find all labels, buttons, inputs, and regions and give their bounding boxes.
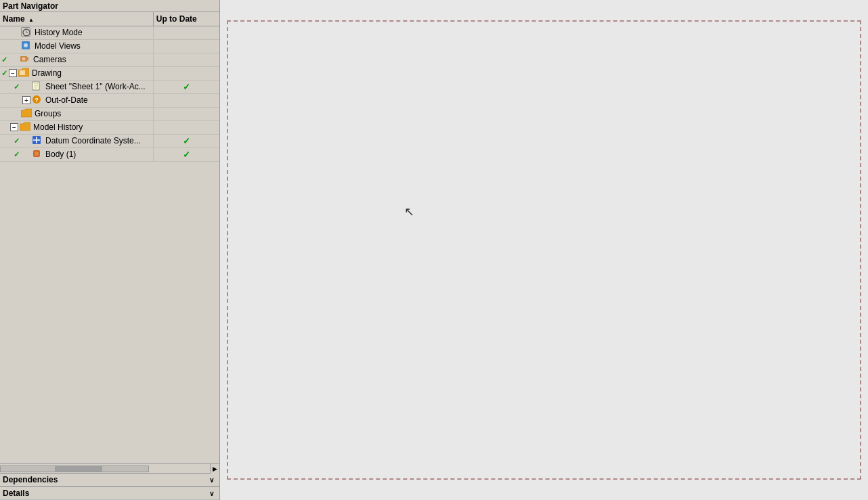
model-history-folder-icon <box>20 122 30 133</box>
check-mark-icon: ✓ <box>14 150 20 159</box>
cursor: ↖ <box>404 204 414 219</box>
up-to-date-cell <box>153 26 219 39</box>
col-name-label: Name <box>3 14 25 24</box>
tree-item-label: Body (1) <box>45 150 76 159</box>
tree-item-label: Cameras <box>33 55 66 64</box>
up-to-date-check-icon: ✓ <box>183 136 190 146</box>
tree-row[interactable]: −Model History <box>0 120 219 134</box>
collapse-button[interactable]: − <box>9 69 17 77</box>
dependencies-collapse-button[interactable]: ∨ <box>206 474 217 485</box>
svg-point-4 <box>24 43 28 47</box>
tree-table: Name ▲ Up to Date History ModeModel View… <box>0 12 219 162</box>
tree-item-label: Out-of-Date <box>45 95 88 105</box>
body-icon <box>32 149 43 160</box>
tree-row[interactable]: ✓Datum Coordinate Syste...✓ <box>0 134 219 147</box>
collapse-button[interactable]: − <box>10 123 18 131</box>
tree-item-label: Drawing <box>32 68 62 78</box>
up-to-date-cell <box>153 120 219 134</box>
up-to-date-check-icon: ✓ <box>183 82 190 92</box>
col-name-header[interactable]: Name ▲ <box>0 12 153 26</box>
drawing-canvas: ↖ <box>227 20 861 480</box>
up-to-date-cell: ✓ <box>153 80 219 93</box>
details-collapse-button[interactable]: ∨ <box>206 488 217 499</box>
col-uptodate-label: Up to Date <box>156 14 197 24</box>
check-mark-icon: ✓ <box>14 137 20 145</box>
bottom-panels: Dependencies ∨ Details ∨ <box>0 473 219 500</box>
details-panel-header[interactable]: Details ∨ <box>0 486 219 500</box>
up-to-date-cell <box>153 93 219 107</box>
tree-body: History ModeModel Views✓Cameras✓−Drawing… <box>0 26 219 161</box>
svg-point-6 <box>22 58 26 61</box>
check-mark-icon: ✓ <box>1 55 7 64</box>
svg-marker-7 <box>27 57 28 61</box>
up-to-date-cell <box>153 107 219 120</box>
dependencies-panel-header[interactable]: Dependencies ∨ <box>0 473 219 486</box>
tree-row[interactable]: Groups <box>0 107 219 120</box>
groups-folder-icon <box>21 108 32 119</box>
up-to-date-cell: ✓ <box>153 134 219 147</box>
expand-button[interactable]: + <box>22 96 30 104</box>
tree-row[interactable]: History Mode <box>0 26 219 39</box>
scroll-right-button[interactable]: ▶ <box>210 464 219 474</box>
check-mark-icon: ✓ <box>14 83 20 91</box>
tree-row[interactable]: ✓Body (1)✓ <box>0 147 219 161</box>
svg-text:?: ? <box>35 97 39 104</box>
sheet-icon <box>32 81 43 92</box>
up-to-date-cell: ✓ <box>153 147 219 161</box>
tree-item-label: Sheet "Sheet 1" (Work-Ac... <box>45 82 146 91</box>
check-mark-icon: ✓ <box>1 69 7 78</box>
horizontal-scrollbar[interactable]: ▶ <box>0 463 219 473</box>
svg-rect-8 <box>20 70 25 75</box>
tree-row[interactable]: Model Views <box>0 39 219 53</box>
up-to-date-cell <box>153 53 219 66</box>
tree-row[interactable]: ✓Sheet "Sheet 1" (Work-Ac...✓ <box>0 80 219 93</box>
svg-rect-19 <box>35 152 39 156</box>
drawing-folder-icon <box>18 68 29 78</box>
tree-item-label: History Mode <box>35 28 83 37</box>
tree-row[interactable]: +?Out-of-Date <box>0 93 219 107</box>
tree-item-label: Model Views <box>35 41 81 51</box>
scrollbar-track[interactable] <box>0 465 149 472</box>
tree-area: Name ▲ Up to Date History ModeModel View… <box>0 12 219 463</box>
cameras-icon <box>20 54 30 65</box>
datum-coordinate-icon <box>32 135 43 146</box>
model-views-icon <box>21 41 32 51</box>
main-drawing-area: ↖ <box>220 0 868 500</box>
up-to-date-check-icon: ✓ <box>183 150 190 160</box>
scrollbar-thumb[interactable] <box>55 466 102 472</box>
tree-item-label: Datum Coordinate Syste... <box>45 136 141 145</box>
dependencies-label: Dependencies <box>3 475 58 484</box>
sort-arrow-icon: ▲ <box>28 17 34 23</box>
tree-row[interactable]: ✓Cameras <box>0 53 219 66</box>
panel-title: Part Navigator <box>0 0 219 12</box>
out-of-date-icon: ? <box>32 95 43 106</box>
up-to-date-cell <box>153 39 219 53</box>
tree-row[interactable]: ✓−Drawing <box>0 66 219 80</box>
up-to-date-cell <box>153 66 219 80</box>
part-navigator-panel: Part Navigator Name ▲ Up to Date History… <box>0 0 220 500</box>
history-mode-icon <box>21 27 32 38</box>
details-label: Details <box>3 488 29 498</box>
tree-item-label: Groups <box>35 109 61 118</box>
col-uptodate-header[interactable]: Up to Date <box>153 12 219 26</box>
history-mode-icon <box>21 27 30 37</box>
tree-item-label: Model History <box>33 122 83 132</box>
panel-title-text: Part Navigator <box>3 1 58 11</box>
